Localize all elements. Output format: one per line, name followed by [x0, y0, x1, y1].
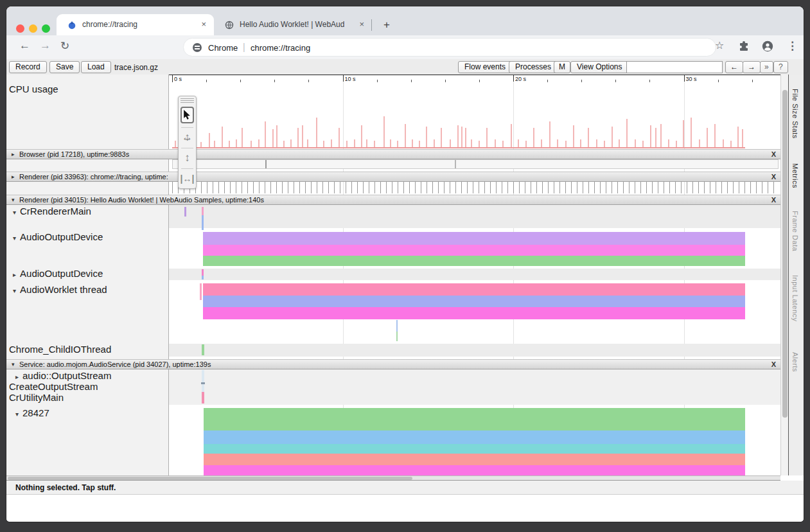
back-icon[interactable]: ← — [19, 39, 30, 52]
menu-kebab-icon[interactable]: ⋮ — [787, 39, 798, 53]
close-track-button[interactable]: X — [771, 173, 776, 181]
thread-label-28427[interactable]: ▾28427 — [15, 407, 49, 418]
flow-line-green[interactable] — [396, 332, 398, 341]
slice-28427-salmon[interactable] — [204, 454, 745, 465]
slice-28427-teal[interactable] — [204, 444, 745, 454]
cpu-spike — [297, 128, 299, 147]
tab-hello-audio-worklet[interactable]: Hello Audio Worklet! | WebAud × — [218, 14, 369, 35]
sidebar-tab-file-size-stats[interactable]: File Size Stats — [791, 89, 799, 139]
horizontal-scrollbar-thumb[interactable] — [8, 477, 412, 480]
close-track-button[interactable]: X — [771, 360, 776, 368]
tab-close-icon[interactable]: × — [201, 19, 206, 29]
renderer-33963-slices[interactable] — [172, 182, 779, 193]
slice-childio-green-tick[interactable] — [202, 344, 204, 355]
slice-audioworklet-periwinkle[interactable] — [203, 296, 745, 307]
tool-palette: ↔ ↕ ↕ |↔| — [178, 96, 197, 189]
forward-icon[interactable]: → — [40, 39, 51, 52]
close-track-button[interactable]: X — [771, 150, 776, 158]
close-window-button[interactable] — [16, 24, 24, 33]
browser-slice-tick[interactable] — [265, 160, 267, 168]
palette-drag-handle[interactable] — [180, 98, 194, 104]
find-previous-button[interactable]: ← — [725, 61, 743, 73]
browser-slice-tick[interactable] — [455, 160, 456, 168]
slice-collapsed-blue-tick[interactable] — [202, 276, 204, 279]
browser-track[interactable] — [172, 159, 779, 169]
cpu-spike — [461, 127, 462, 147]
new-tab-button[interactable]: + — [379, 17, 394, 33]
thread-label-audioworklet-thread[interactable]: ▾AudioWorklet thread — [13, 284, 107, 295]
zoom-tool-button[interactable]: ↕ — [179, 148, 196, 168]
sidebar-tab-alerts[interactable]: Alerts — [791, 352, 799, 372]
process-header[interactable]: ▾Service: audio.mojom.AudioService (pid … — [6, 359, 780, 369]
flow-events-button[interactable]: Flow events — [458, 61, 512, 73]
expand-collapse-icon[interactable]: ▸ — [12, 151, 15, 157]
slice-collapsed-pink-tick[interactable] — [202, 269, 204, 276]
slice-audiooutputdevice-magenta[interactable] — [203, 245, 745, 256]
vertical-scrollbar-thumb[interactable] — [782, 90, 788, 418]
thread-label-audiooutputdevice[interactable]: ▸AudioOutputDevice — [13, 268, 103, 279]
process-header[interactable]: ▸Renderer (pid 33963): chrome://tracing,… — [6, 172, 780, 182]
sidebar-tab-frame-data[interactable]: Frame Data — [791, 211, 799, 251]
slice-28427-magenta[interactable] — [204, 465, 745, 475]
slice-28427-green[interactable] — [204, 408, 745, 430]
expand-collapse-icon[interactable]: ▾ — [15, 411, 19, 418]
pan-tool-button[interactable]: ↔ ↕ — [179, 128, 196, 148]
expand-collapse-icon[interactable]: ▸ — [13, 271, 16, 278]
expand-collapse-icon[interactable]: ▾ — [13, 235, 16, 242]
metrics-button[interactable]: M — [554, 61, 570, 73]
help-button[interactable]: ? — [773, 61, 788, 73]
expand-collapse-icon[interactable]: ▸ — [12, 173, 15, 180]
cpu-spike — [200, 142, 202, 147]
process-header[interactable]: ▾Renderer (pid 34015): Hello Audio Workl… — [6, 195, 780, 205]
slice-pink-tick[interactable] — [202, 207, 204, 215]
page-info-icon[interactable] — [193, 43, 202, 52]
sidebar-tab-metrics[interactable]: Metrics — [791, 163, 799, 188]
expand-collapse-icon[interactable]: ▾ — [12, 361, 15, 368]
slice-audiooutputdevice-green[interactable] — [203, 256, 745, 266]
tab-close-icon[interactable]: × — [359, 19, 364, 29]
slice-outputstream-faint-tick[interactable] — [202, 370, 204, 392]
profile-avatar-icon[interactable] — [762, 40, 773, 52]
slice-crutilitymain-pink-tick[interactable] — [202, 392, 204, 403]
slice-outputstream-mark[interactable] — [201, 382, 205, 384]
thread-label-audio-outputstream[interactable]: ▸audio::OutputStream — [15, 370, 111, 381]
slice-28427-skyblue[interactable] — [204, 430, 745, 444]
processes-button[interactable]: Processes — [509, 61, 558, 73]
find-next-button[interactable]: → — [743, 61, 761, 73]
slice-audiooutputdevice-purple[interactable] — [203, 232, 745, 245]
search-input[interactable] — [626, 61, 723, 73]
extensions-puzzle-icon[interactable] — [739, 41, 749, 51]
omnibox[interactable]: Chrome | chrome://tracing — [183, 38, 716, 57]
expand-collapse-icon[interactable]: ▾ — [13, 209, 16, 216]
selection-tool-button[interactable] — [180, 107, 194, 123]
slice-audioworklet-magenta[interactable] — [203, 307, 745, 319]
load-button[interactable]: Load — [81, 61, 111, 73]
process-header[interactable]: ▸Browser (pid 17218), uptime:9883sX — [6, 149, 780, 159]
save-button[interactable]: Save — [49, 61, 80, 73]
flow-line-blue[interactable] — [396, 320, 398, 332]
zoom-window-button[interactable] — [42, 24, 50, 33]
slice-purple-tick[interactable] — [184, 207, 186, 217]
timing-tool-button[interactable]: |↔| — [179, 169, 196, 189]
more-button[interactable]: » — [760, 61, 773, 73]
close-track-button[interactable]: X — [771, 196, 776, 204]
expand-collapse-icon[interactable]: ▾ — [12, 197, 15, 203]
cpu-spike — [214, 141, 215, 147]
track-row-strip — [169, 344, 780, 357]
slice-blue-tick[interactable] — [202, 215, 204, 230]
record-button[interactable]: Record — [9, 61, 47, 73]
view-options-button[interactable]: View Options — [570, 61, 628, 73]
thread-label-crrenderermain[interactable]: ▾CrRendererMain — [13, 206, 91, 217]
reload-icon[interactable]: ↻ — [60, 39, 69, 53]
expand-collapse-icon[interactable]: ▾ — [13, 287, 16, 294]
slice-audioworklet-pink[interactable] — [203, 283, 745, 296]
minimize-window-button[interactable] — [29, 24, 37, 33]
slice-worklet-small-tick[interactable] — [200, 283, 202, 300]
thread-label-audiooutputdevice[interactable]: ▾AudioOutputDevice — [13, 231, 103, 242]
cpu-spike — [175, 141, 176, 147]
tab-tracing[interactable]: chrome://tracing × — [57, 14, 214, 35]
bookmark-star-icon[interactable]: ☆ — [715, 39, 724, 51]
thread-name: CrRendererMain — [20, 206, 91, 217]
sidebar-tab-input-latency[interactable]: Input Latency — [791, 275, 799, 322]
expand-collapse-icon[interactable]: ▸ — [15, 373, 19, 380]
